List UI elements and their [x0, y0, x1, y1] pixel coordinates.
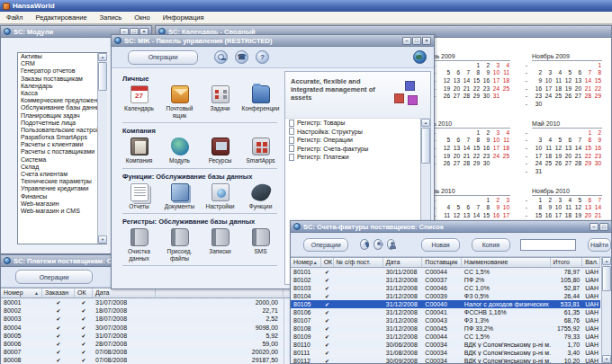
calendar-day[interactable]: 6	[562, 137, 572, 143]
calendar-day[interactable]: 4	[562, 197, 572, 203]
calendar-day[interactable]: 13	[460, 212, 470, 218]
calendar-day[interactable]: 13	[562, 145, 572, 151]
column-header-Поставщик[interactable]: Поставщик	[422, 258, 462, 267]
calendar-day[interactable]: 26	[562, 93, 572, 99]
calendar-day[interactable]: 20	[581, 212, 591, 218]
calendar-day[interactable]: 25	[500, 153, 509, 159]
week-expander[interactable]: -	[521, 160, 532, 166]
calendar-day[interactable]: 1	[532, 197, 542, 203]
column-header-Номер[interactable]: Номер▲	[1, 289, 42, 297]
calendar-day[interactable]: 14	[591, 204, 601, 210]
calendar-day[interactable]: 11	[542, 145, 552, 151]
panel-shortcut[interactable]: SmartApps	[240, 138, 281, 164]
calendar-day[interactable]: 27	[572, 93, 581, 99]
calendar-day[interactable]: 30	[480, 93, 490, 99]
calendar-day[interactable]: 2	[490, 197, 500, 203]
calendar-day[interactable]: 24	[490, 85, 500, 92]
week-expander[interactable]: -	[521, 204, 532, 210]
week-expander[interactable]: -	[521, 153, 532, 159]
week-expander[interactable]: -	[521, 197, 532, 203]
column-header-Заказан[interactable]: Заказан	[42, 289, 75, 297]
table-row[interactable]: 80104✔31/12/2008C00039ФЗ 0,5%26,44UAH	[291, 292, 600, 300]
calendar-day[interactable]: 3	[500, 197, 509, 203]
calendar-day[interactable]: 22	[470, 85, 480, 92]
calendar-day[interactable]: 10	[490, 137, 500, 143]
calendar-day[interactable]: 29	[470, 93, 480, 99]
calendar-day[interactable]: 11	[562, 204, 572, 210]
maximize-icon[interactable]: □	[599, 223, 608, 231]
calendar-day[interactable]: 12	[552, 145, 562, 151]
panel-shortcut[interactable]: Задачи	[200, 85, 240, 119]
calendar-day[interactable]: 20	[562, 153, 572, 159]
panel-shortcut[interactable]: Компания	[119, 138, 159, 164]
table-row[interactable]: 80110✔30/06/2008C00034ВДК у Солом'янсько…	[291, 341, 600, 349]
calendar-day[interactable]: 8	[591, 69, 601, 75]
calendar-day[interactable]: 20	[450, 85, 460, 92]
calendar-day[interactable]: 26	[440, 93, 450, 99]
calendar-day[interactable]: 24	[532, 160, 542, 166]
calendar-day[interactable]: 1	[470, 129, 480, 136]
calendar-day[interactable]: 9	[532, 77, 542, 84]
calendar-day[interactable]: 11	[500, 137, 509, 143]
minimize-icon[interactable]: –	[402, 37, 411, 45]
table-row[interactable]: 80105✔31/12/2008C00040Налог с доходов фи…	[291, 300, 600, 308]
panel-shortcut[interactable]: SMS	[240, 228, 281, 262]
calendar-day[interactable]: 23	[591, 153, 601, 159]
globe-icon[interactable]	[413, 50, 427, 64]
week-expander[interactable]: -	[521, 85, 532, 92]
calendar-day[interactable]: 28	[572, 160, 581, 166]
calendar-day[interactable]: 18	[500, 77, 509, 84]
table-row[interactable]: 80111✔31/08/2008C00034ВДК у Солом'янсько…	[291, 349, 600, 357]
calendar-day[interactable]: 5	[450, 204, 460, 210]
calendar-day[interactable]: 26	[552, 160, 562, 166]
users-icon[interactable]	[374, 239, 382, 250]
scroll-up-icon[interactable]: ▲	[98, 53, 107, 61]
calendar-day[interactable]: 26	[440, 160, 450, 166]
panel-shortcut[interactable]: Ресурсы	[200, 138, 240, 164]
calendar-day[interactable]: 31	[532, 168, 542, 174]
calendar-day[interactable]: 3	[552, 197, 562, 203]
calendar-day[interactable]: 6	[460, 204, 470, 210]
calendar-day[interactable]: 12	[440, 77, 450, 84]
pie-globe-icon[interactable]	[360, 239, 369, 250]
module-list-item[interactable]: Технические параметры	[18, 178, 106, 185]
week-expander[interactable]: -	[521, 62, 532, 68]
calendar-day[interactable]: 21	[581, 85, 591, 92]
table-row[interactable]: 80109✔31/12/2008C00044СС 1,5%79,33UAH	[291, 333, 600, 341]
calendar-day[interactable]: 5	[562, 69, 572, 75]
calendar-day[interactable]: 20	[450, 153, 460, 159]
control-panel-titlebar[interactable]: SC: MIK - Панель управления (RESTRICTED)…	[112, 35, 434, 47]
modules-scrollbar[interactable]: ▲ ▼	[97, 53, 107, 244]
scroll-thumb[interactable]	[421, 128, 430, 164]
scroll-thumb[interactable]	[602, 266, 611, 291]
calendar-day[interactable]: 23	[480, 153, 490, 159]
table-row[interactable]: 80006✔✔28/07/200859,00	[1, 340, 305, 348]
register-list-item[interactable]: Регистр: Счета-фактуры	[285, 145, 430, 154]
column-header-amount[interactable]	[156, 289, 284, 297]
calendar-day[interactable]: 21	[572, 153, 581, 159]
calendar-day[interactable]: 15	[470, 145, 480, 151]
week-expander[interactable]: -	[521, 77, 532, 84]
calendar-day[interactable]: 17	[542, 85, 552, 92]
week-expander[interactable]: -	[521, 212, 532, 218]
calendar-day[interactable]: 5	[572, 197, 581, 203]
calendar-day[interactable]: 1	[591, 62, 601, 68]
calendar-day[interactable]: 21	[460, 85, 470, 92]
module-list-item[interactable]: Касса	[18, 90, 106, 97]
calendar-day[interactable]: 1	[581, 129, 591, 136]
column-header-Вал.[interactable]: Вал.	[582, 258, 600, 267]
calendar-day[interactable]: 29	[581, 160, 591, 166]
column-header-Дата[interactable]: Дата	[93, 289, 156, 297]
module-list-item[interactable]: Заказы поставщикам	[18, 75, 106, 83]
calendar-day[interactable]: 9	[480, 69, 490, 75]
calendar-day[interactable]: 4	[542, 137, 552, 143]
calendar-day[interactable]: 18	[542, 153, 552, 159]
calendar-day[interactable]: 10	[542, 77, 552, 84]
table-row[interactable]: 80107✔31/12/2008C00043ФЗ 1,3%68,76UAH	[291, 316, 600, 324]
calendar-day[interactable]: 19	[552, 153, 562, 159]
calendar-day[interactable]: 5	[440, 69, 450, 75]
calendar-day[interactable]: 15	[581, 145, 591, 151]
calendar-day[interactable]: 8	[470, 137, 480, 143]
calendar-day[interactable]: 18	[500, 145, 509, 151]
module-list-item[interactable]: Коммерческие предложения	[18, 97, 106, 104]
